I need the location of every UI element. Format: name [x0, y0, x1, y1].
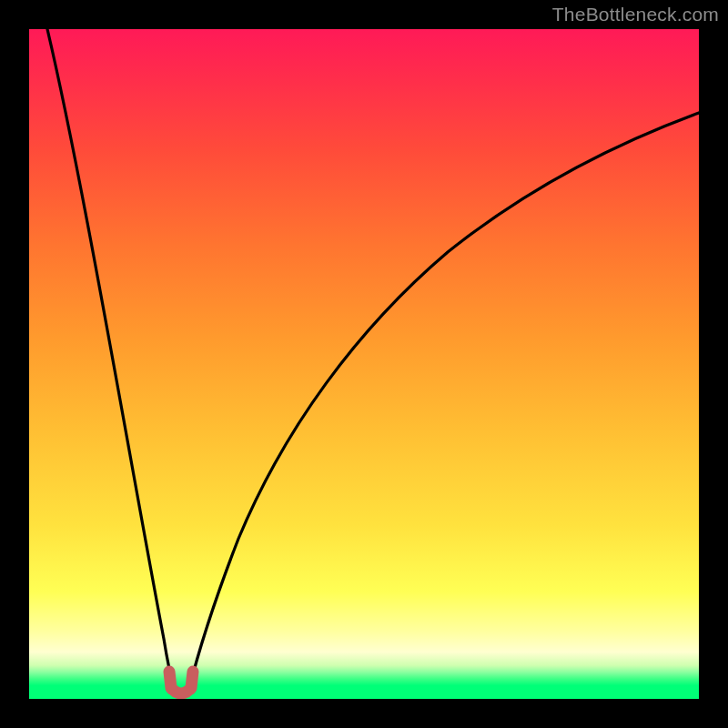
watermark-text: TheBottleneck.com — [552, 4, 719, 25]
gradient-plot-area — [29, 29, 699, 699]
